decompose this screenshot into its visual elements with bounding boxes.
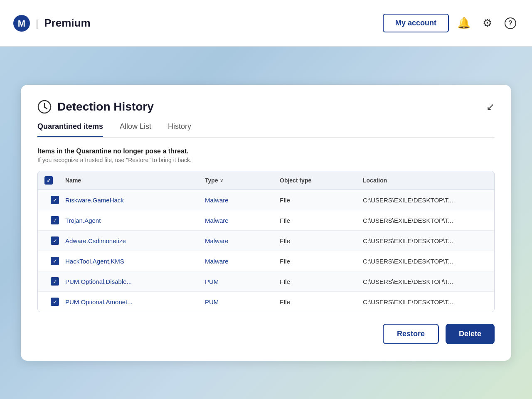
row-checkbox-2[interactable]: ✓ [51, 236, 59, 245]
row-location-0: C:\USERS\EXILE\DESKTOP\T... [363, 197, 488, 204]
card-title: Detection History [57, 100, 154, 113]
header-checkbox-check: ✓ [47, 178, 51, 183]
row-checkbox-check: ✓ [53, 197, 57, 203]
row-checkbox-check: ✓ [53, 279, 57, 284]
row-type-0: Malware [205, 197, 280, 204]
tab-quarantined-items[interactable]: Quarantined items [37, 122, 103, 137]
row-type-4: PUM [205, 278, 280, 285]
header-checkbox-cell: ✓ [44, 176, 65, 185]
row-object-type-3: FIle [280, 258, 363, 265]
row-type-5: PUM [205, 298, 280, 305]
row-checkbox-0[interactable]: ✓ [51, 196, 59, 204]
row-checkbox-cell: ✓ [44, 257, 65, 265]
row-checkbox-1[interactable]: ✓ [51, 216, 59, 224]
help-button[interactable]: ? [502, 15, 519, 32]
header-type: Type ∨ [205, 176, 280, 185]
row-checkbox-cell: ✓ [44, 277, 65, 286]
row-checkbox-4[interactable]: ✓ [51, 277, 59, 286]
svg-line-4 [44, 107, 47, 109]
malwarebytes-logo: M [13, 15, 30, 32]
header-name: Name [65, 176, 205, 185]
row-type-1: Malware [205, 217, 280, 224]
clock-icon [37, 100, 52, 114]
row-checkbox-cell: ✓ [44, 236, 65, 245]
row-location-4: C:\USERS\EXILE\DESKTOP\T... [363, 278, 488, 285]
row-location-1: C:\USERS\EXILE\DESKTOP\T... [363, 217, 488, 224]
row-name-2: Adware.Csdimonetize [65, 237, 205, 244]
row-name-0: Riskware.GameHack [65, 197, 205, 204]
row-name-1: Trojan.Agent [65, 217, 205, 224]
bell-icon: 🔔 [457, 17, 470, 30]
table-body: ✓ Riskware.GameHack Malware FIle C:\USER… [38, 190, 494, 312]
logo-area: M | Premium [13, 15, 91, 32]
row-checkbox-check: ✓ [53, 299, 57, 305]
restore-button[interactable]: Restore [383, 324, 439, 344]
description-primary: Items in the Quarantine no longer pose a… [37, 148, 495, 155]
action-row: Restore Delete [37, 324, 495, 344]
row-checkbox-check: ✓ [53, 259, 57, 264]
table-row: ✓ Riskware.GameHack Malware FIle C:\USER… [38, 190, 494, 210]
row-name-4: PUM.Optional.Disable... [65, 278, 205, 285]
brand-name: Premium [44, 17, 90, 30]
header-checkbox[interactable]: ✓ [44, 176, 53, 185]
row-checkbox-3[interactable]: ✓ [51, 257, 59, 265]
row-object-type-0: FIle [280, 197, 363, 204]
header-object-type: Object type [280, 176, 363, 185]
header-actions: My account 🔔 ⚙ ? [383, 14, 519, 32]
row-location-2: C:\USERS\EXILE\DESKTOP\T... [363, 237, 488, 244]
row-object-type-5: FIle [280, 298, 363, 305]
my-account-button[interactable]: My account [383, 14, 449, 32]
sort-arrow-icon: ∨ [220, 178, 223, 183]
settings-button[interactable]: ⚙ [479, 15, 495, 32]
quarantine-table: ✓ Name Type ∨ Object type Location ✓ Ris [37, 171, 495, 312]
row-name-3: HackTool.Agent.KMS [65, 258, 205, 265]
table-row: ✓ PUM.Optional.Disable... PUM FIle C:\US… [38, 271, 494, 292]
app-header: M | Premium My account 🔔 ⚙ ? [0, 0, 532, 47]
collapse-button[interactable]: ↙ [486, 101, 495, 113]
tab-history[interactable]: History [168, 122, 191, 137]
row-object-type-4: FIle [280, 278, 363, 285]
gear-icon: ⚙ [483, 17, 492, 30]
row-object-type-1: FIle [280, 217, 363, 224]
svg-text:M: M [18, 18, 25, 29]
row-type-2: Malware [205, 237, 280, 244]
row-checkbox-cell: ✓ [44, 216, 65, 224]
table-row: ✓ PUM.Optional.Amonet... PUM FIle C:\USE… [38, 292, 494, 312]
row-checkbox-check: ✓ [53, 218, 57, 223]
tab-bar: Quarantined items Allow List History [37, 122, 495, 138]
help-icon: ? [505, 17, 516, 29]
row-location-3: C:\USERS\EXILE\DESKTOP\T... [363, 258, 488, 265]
row-location-5: C:\USERS\EXILE\DESKTOP\T... [363, 298, 488, 305]
tab-allow-list[interactable]: Allow List [120, 122, 151, 137]
detection-history-card: Detection History ↙ Quarantined items Al… [21, 85, 511, 361]
row-checkbox-cell: ✓ [44, 196, 65, 204]
table-row: ✓ Trojan.Agent Malware FIle C:\USERS\EXI… [38, 210, 494, 231]
table-row: ✓ Adware.Csdimonetize Malware FIle C:\US… [38, 231, 494, 251]
logo-separator: | [36, 17, 38, 29]
row-checkbox-cell: ✓ [44, 298, 65, 306]
notifications-button[interactable]: 🔔 [456, 15, 472, 32]
table-row: ✓ HackTool.Agent.KMS Malware FIle C:\USE… [38, 251, 494, 271]
row-type-3: Malware [205, 258, 280, 265]
card-header: Detection History ↙ [37, 100, 495, 114]
main-content: Detection History ↙ Quarantined items Al… [0, 47, 532, 399]
description-secondary: If you recognize a trusted file, use "Re… [37, 157, 495, 163]
table-header-row: ✓ Name Type ∨ Object type Location [38, 171, 494, 190]
row-checkbox-5[interactable]: ✓ [51, 298, 59, 306]
header-location: Location [363, 176, 488, 185]
card-title-row: Detection History [37, 100, 154, 114]
row-object-type-2: FIle [280, 237, 363, 244]
row-name-5: PUM.Optional.Amonet... [65, 298, 205, 305]
row-checkbox-check: ✓ [53, 238, 57, 244]
delete-button[interactable]: Delete [446, 324, 495, 344]
